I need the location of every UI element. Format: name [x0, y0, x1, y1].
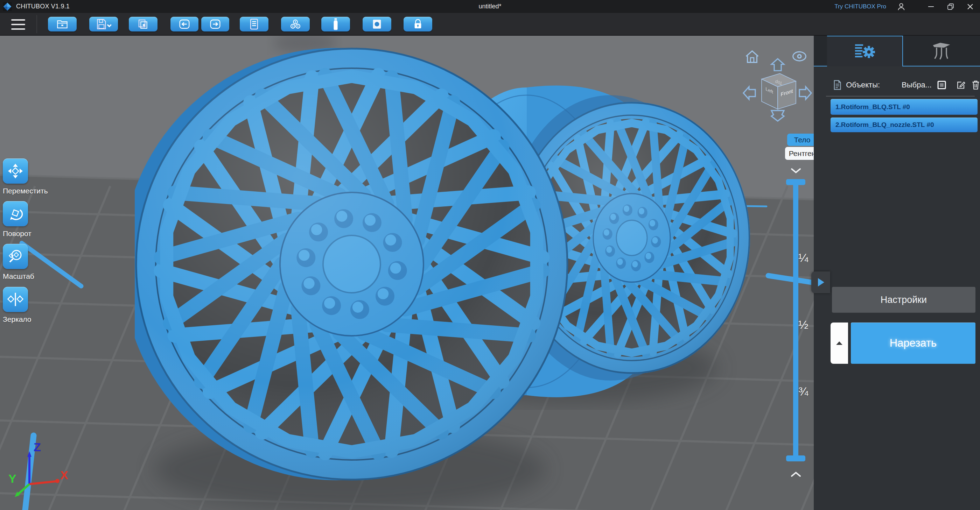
menu-button[interactable]: [11, 19, 25, 30]
slice-button-label: Нарезать: [890, 337, 937, 350]
object-name: 1.Rotiform_BLQ.STL #0: [835, 103, 910, 111]
mirror-icon: [7, 291, 24, 307]
lock-icon: [412, 19, 423, 30]
triangle-up-icon: [835, 340, 843, 346]
move-tool-button[interactable]: [3, 159, 28, 184]
scale-tool-button[interactable]: [3, 244, 28, 269]
auto-layout-icon: [290, 19, 301, 30]
settings-button-label: Настройки: [881, 294, 927, 305]
home-view-button[interactable]: [744, 49, 760, 67]
undo-button[interactable]: [170, 17, 199, 32]
copy-icon: [138, 19, 149, 30]
user-account-button[interactable]: [895, 1, 907, 13]
select-all-checkbox[interactable]: [937, 80, 946, 90]
trash-icon[interactable]: [972, 79, 980, 91]
mode-xray-button[interactable]: Рентген: [785, 147, 814, 160]
rail-rotate: Поворот: [3, 201, 55, 238]
home-icon: [744, 49, 760, 65]
restore-icon: [947, 3, 955, 11]
fraction-three-quarter: ¾: [799, 385, 808, 399]
objects-divider: [826, 96, 975, 97]
slice-row: Нарезать: [830, 323, 975, 364]
view-cube-gizmo: Top Left Front: [751, 66, 804, 119]
document-title: untitled*: [0, 3, 980, 10]
view-cube[interactable]: Top Left Front: [751, 66, 804, 120]
close-icon: [966, 3, 974, 11]
open-folder-icon: [56, 19, 68, 29]
slider-handle-bottom[interactable]: [786, 456, 805, 461]
restore-button[interactable]: [941, 0, 960, 13]
settings-button[interactable]: Настройки: [832, 287, 975, 313]
mirror-tool-button[interactable]: [3, 287, 28, 312]
chevron-up-icon: [790, 471, 802, 478]
viewport-3d[interactable]: Переместить Поворот Масштаб Зеркало: [0, 36, 814, 510]
chitubox-logo-icon: [3, 2, 12, 11]
save-button[interactable]: [89, 17, 118, 32]
layer-slider-track[interactable]: [793, 183, 799, 460]
minimize-button[interactable]: [921, 0, 941, 13]
objects-header: Объекты: Выбра...: [814, 77, 980, 93]
slider-step-down-button[interactable]: [790, 167, 802, 176]
z-axis-label: Z: [33, 442, 41, 454]
object-list-item[interactable]: 1.Rotiform_BLQ.STL #0: [830, 99, 978, 115]
document-icon: [833, 79, 842, 91]
slice-button[interactable]: Нарезать: [851, 323, 975, 364]
rotate-icon: [7, 206, 24, 222]
object-name: 2.Rotiform_BLQ_nozzle.STL #0: [835, 121, 934, 129]
resin-bottle-icon: [331, 18, 340, 30]
tabbar-spacer: [814, 36, 827, 67]
toolbar-divider: [37, 15, 37, 33]
rotate-tool-button[interactable]: [3, 201, 28, 226]
hollow-icon: [371, 18, 383, 30]
file-info-button[interactable]: [240, 17, 269, 32]
rail-mirror: Зеркало: [3, 287, 55, 324]
tool-label: Масштаб: [3, 272, 55, 281]
scale-icon: [7, 248, 24, 264]
panel-tabbar: [814, 36, 980, 67]
tool-label: Зеркало: [3, 315, 55, 324]
mode-body-button[interactable]: Тело: [787, 133, 814, 146]
main-toolbar: [0, 13, 980, 36]
chevron-down-icon: [790, 167, 802, 174]
minimize-icon: [927, 3, 935, 11]
tab-supports[interactable]: [903, 36, 980, 67]
open-file-button[interactable]: [48, 17, 76, 32]
rail-scale: Масштаб: [3, 244, 55, 281]
selected-label: Выбра...: [902, 81, 932, 89]
edit-icon[interactable]: [956, 80, 965, 90]
person-icon: [897, 2, 906, 11]
lock-button[interactable]: [404, 17, 432, 32]
rail-move: Переместить: [3, 159, 55, 195]
auto-layout-button[interactable]: [281, 17, 310, 32]
eye-icon: [792, 50, 807, 62]
tab-slice-settings[interactable]: [827, 36, 903, 67]
object-list-item[interactable]: 2.Rotiform_BLQ_nozzle.STL #0: [830, 118, 978, 132]
copy-button[interactable]: [129, 17, 158, 32]
perspective-toggle-button[interactable]: [792, 50, 807, 64]
move-icon: [7, 163, 24, 179]
app-title: CHITUBOX V1.9.1: [16, 3, 70, 10]
model-rotiform-blq[interactable]: [135, 47, 569, 481]
file-info-icon: [249, 18, 259, 30]
redo-button[interactable]: [201, 17, 229, 32]
x-axis-label: X: [60, 469, 68, 481]
hollow-button[interactable]: [363, 17, 391, 32]
close-button[interactable]: [960, 0, 980, 13]
save-icon: [95, 19, 111, 29]
tool-label: Переместить: [3, 187, 55, 195]
axes-gizmo: Z Y X: [4, 442, 71, 510]
resin-bottle-button[interactable]: [321, 17, 350, 32]
y-axis-label: Y: [8, 472, 16, 485]
fraction-half: ½: [799, 318, 808, 332]
chitubox-window: CHITUBOX V1.9.1 untitled* Try CHITUBOX P…: [0, 0, 980, 510]
panel-collapse-button[interactable]: [811, 272, 830, 293]
tool-label: Поворот: [3, 229, 55, 238]
redo-icon: [210, 19, 221, 29]
supports-icon: [930, 41, 953, 60]
try-chitubox-pro-link[interactable]: Try CHITUBOX Pro: [834, 3, 886, 10]
fraction-quarter: ¼: [799, 251, 808, 265]
triangle-right-icon: [816, 277, 825, 288]
slider-step-up-button[interactable]: [790, 471, 802, 479]
slice-expand-button[interactable]: [830, 323, 848, 364]
objects-label: Объекты:: [846, 81, 880, 89]
